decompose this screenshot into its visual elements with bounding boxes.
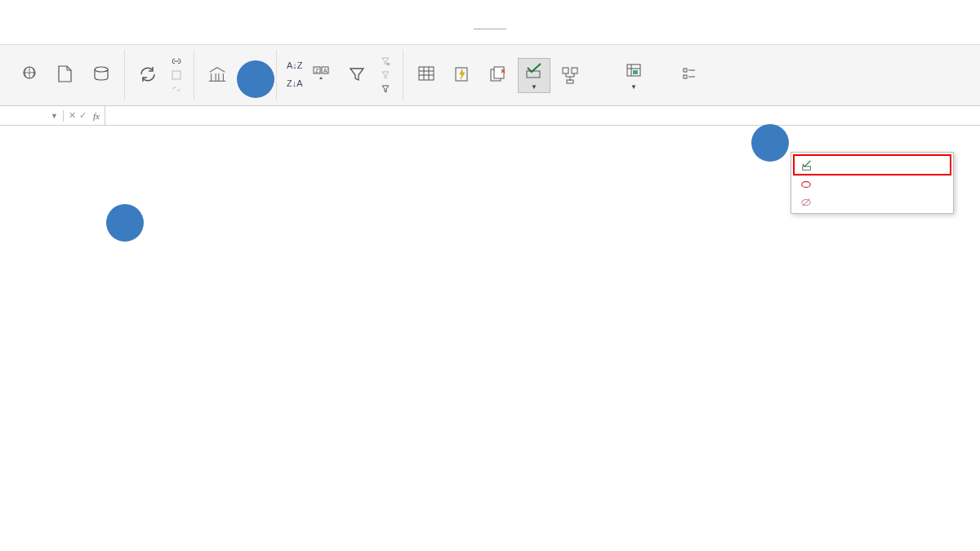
fx-icon[interactable]: fx	[93, 111, 100, 121]
clear-filter-button[interactable]	[376, 55, 396, 68]
database-icon	[91, 64, 112, 85]
chain-icon	[171, 83, 182, 95]
step-badge-2	[237, 60, 274, 98]
formula-bar-row: ▼ ✕ ✓ fx	[0, 106, 980, 126]
dedup-icon	[488, 64, 509, 85]
edit-links-button[interactable]	[167, 82, 187, 96]
sort-asc-button[interactable]: A↓Z	[283, 60, 301, 73]
group-icon	[623, 60, 644, 82]
svg-rect-11	[527, 71, 540, 78]
svg-rect-18	[684, 75, 687, 78]
reapply-icon	[380, 69, 391, 81]
svg-text:A: A	[323, 68, 327, 73]
text-to-columns-button[interactable]	[410, 62, 443, 88]
sort-desc-icon: Z↓A	[287, 78, 298, 90]
enter-icon[interactable]: ✓	[79, 110, 87, 121]
cancel-icon[interactable]: ✕	[69, 110, 76, 121]
flash-fill-button[interactable]	[446, 62, 479, 88]
name-box[interactable]: ▼	[0, 110, 64, 122]
svg-rect-13	[572, 68, 577, 73]
group-data-tools: ▼ ▼	[403, 50, 712, 100]
group-get-data	[7, 50, 125, 100]
link-icon	[171, 56, 182, 67]
svg-point-1	[95, 67, 108, 72]
outline-button[interactable]	[673, 63, 706, 87]
svg-rect-17	[684, 69, 687, 72]
validation-icon	[523, 60, 545, 82]
sort-asc-icon: A↓Z	[287, 60, 298, 72]
group-button[interactable]: ▼	[617, 59, 650, 92]
advanced-filter-button[interactable]	[376, 82, 396, 96]
sort-icon: ZA	[310, 64, 332, 85]
from-html-button[interactable]	[13, 62, 46, 88]
properties-icon	[171, 69, 182, 81]
refresh-all-button[interactable]	[131, 62, 164, 88]
consolidate-icon	[559, 64, 581, 86]
filter-button[interactable]	[341, 62, 373, 88]
chevron-down-icon[interactable]: ▼	[51, 112, 58, 120]
clear-icon	[380, 56, 391, 67]
reapply-button[interactable]	[376, 69, 396, 82]
svg-rect-16	[633, 70, 638, 74]
globe-icon	[19, 64, 40, 85]
from-text-button[interactable]	[49, 62, 82, 88]
data-validation-button[interactable]: ▼	[518, 58, 550, 93]
remove-duplicates-button[interactable]	[482, 62, 514, 88]
funnel-icon	[346, 64, 368, 85]
ribbon: A↓Z Z↓A ZA ▼	[0, 45, 980, 106]
flash-icon	[452, 64, 473, 85]
formula-bar[interactable]	[105, 106, 980, 125]
advanced-icon	[380, 83, 391, 95]
svg-rect-10	[494, 67, 504, 78]
page-title	[474, 24, 506, 29]
stocks-button[interactable]	[201, 62, 234, 88]
svg-rect-2	[172, 71, 180, 79]
group-sort-filter: A↓Z Z↓A ZA	[277, 50, 403, 100]
file-icon	[55, 64, 76, 85]
outline-icon	[679, 64, 700, 86]
refresh-icon	[137, 64, 158, 85]
svg-rect-12	[563, 68, 568, 73]
properties-button[interactable]	[167, 69, 187, 82]
connections-button[interactable]	[167, 55, 187, 68]
building-icon	[207, 64, 228, 85]
sort-button[interactable]: ZA	[305, 62, 337, 88]
new-db-query-button[interactable]	[85, 62, 118, 88]
svg-rect-7	[419, 67, 434, 80]
svg-text:Z: Z	[315, 68, 319, 73]
consolidate-button[interactable]	[554, 63, 586, 87]
group-connections	[125, 50, 194, 100]
sort-desc-button[interactable]: Z↓A	[283, 78, 301, 91]
columns-icon	[416, 64, 437, 85]
